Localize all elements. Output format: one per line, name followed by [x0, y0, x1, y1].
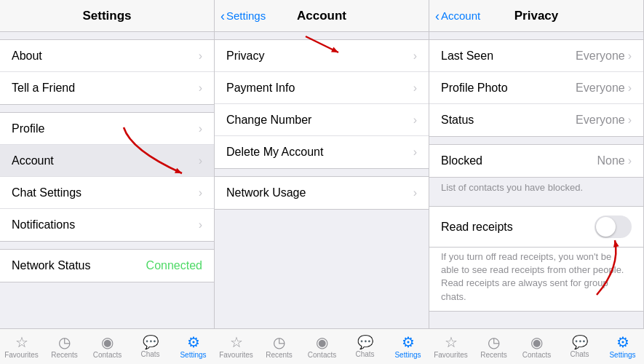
- recents-icon: ◷: [273, 335, 285, 349]
- privacy-item[interactable]: Privacy ›: [215, 40, 429, 72]
- chevron-right-icon: ›: [413, 50, 417, 63]
- chevron-right-icon: ›: [199, 50, 202, 63]
- panels-wrapper: Settings About › Tell a Friend ›: [0, 0, 644, 364]
- settings-header: Settings: [0, 0, 214, 32]
- payment-info-item[interactable]: Payment Info ›: [215, 72, 429, 104]
- chevron-right-icon: ›: [413, 186, 417, 199]
- privacy-scroll: Last Seen Everyone › Profile Photo Every…: [429, 32, 643, 328]
- gear-icon: ⚙: [187, 335, 200, 349]
- chat-settings-item[interactable]: Chat Settings ›: [0, 177, 214, 209]
- read-receipts-toggle[interactable]: [595, 215, 632, 238]
- account-group1: Privacy › Payment Info › Change Number: [215, 39, 429, 169]
- read-receipts-description: If you turn off read receipts, you won't…: [429, 248, 643, 312]
- privacy-tab-bar: ☆ Favourites ◷ Recents ◉ Contacts 💬 Chat…: [429, 328, 644, 364]
- chats-icon: 💬: [572, 336, 588, 349]
- tab-chats[interactable]: 💬 Chats: [343, 336, 386, 358]
- gear-icon: ⚙: [402, 335, 415, 349]
- back-button[interactable]: ‹ Settings: [220, 9, 266, 23]
- chevron-right-icon: ›: [199, 82, 202, 95]
- network-status-item: Network Status Connected: [0, 250, 214, 282]
- tab-settings[interactable]: ⚙ Settings: [601, 335, 644, 359]
- list-item[interactable]: Profile ›: [0, 113, 214, 145]
- tab-contacts[interactable]: ◉ Contacts: [86, 335, 129, 359]
- gear-icon: ⚙: [616, 335, 629, 349]
- privacy-group1: Last Seen Everyone › Profile Photo Every…: [429, 39, 643, 137]
- network-usage-item[interactable]: Network Usage ›: [215, 177, 429, 209]
- chevron-right-icon: ›: [628, 82, 632, 95]
- account-panel: ‹ Settings Account Privacy › Payment Inf…: [215, 0, 429, 364]
- privacy-blocked-section: Blocked None ›: [429, 144, 643, 178]
- chevron-right-icon: ›: [199, 122, 202, 135]
- privacy-panel: ‹ Account Privacy Last Seen Everyone ›: [429, 0, 644, 364]
- recents-icon: ◷: [58, 335, 71, 349]
- tab-favourites[interactable]: ☆ Favourites: [215, 335, 258, 359]
- tab-favourites[interactable]: ☆ Favourites: [429, 335, 472, 359]
- chevron-left-icon: ‹: [220, 9, 225, 23]
- privacy-title: Privacy: [514, 9, 559, 23]
- account-tab-bar: ☆ Favourites ◷ Recents ◉ Contacts 💬 Chat…: [215, 328, 429, 364]
- tab-settings[interactable]: ⚙ Settings: [386, 335, 429, 359]
- last-seen-item[interactable]: Last Seen Everyone ›: [429, 40, 643, 72]
- blocked-item[interactable]: Blocked None ›: [429, 145, 643, 177]
- star-icon: ☆: [445, 335, 458, 349]
- read-receipts-section: Read receipts: [429, 206, 643, 248]
- account-title: Account: [297, 9, 346, 23]
- account-item[interactable]: Account ›: [0, 145, 214, 177]
- change-number-item[interactable]: Change Number ›: [215, 104, 429, 136]
- chevron-right-icon: ›: [628, 154, 632, 167]
- settings-panel: Settings About › Tell a Friend ›: [0, 0, 215, 364]
- tab-favourites[interactable]: ☆ Favourites: [0, 335, 43, 359]
- chats-icon: 💬: [357, 336, 373, 349]
- settings-group3: Network Status Connected: [0, 249, 214, 282]
- tab-recents[interactable]: ◷ Recents: [258, 335, 301, 359]
- contacts-icon: ◉: [316, 335, 328, 349]
- settings-group1: About › Tell a Friend ›: [0, 39, 214, 105]
- back-button[interactable]: ‹ Account: [435, 9, 480, 23]
- contacts-icon: ◉: [101, 335, 114, 349]
- tab-recents[interactable]: ◷ Recents: [43, 335, 86, 359]
- tab-chats[interactable]: 💬 Chats: [558, 336, 601, 358]
- list-item[interactable]: Tell a Friend ›: [0, 72, 214, 104]
- read-receipts-item[interactable]: Read receipts: [429, 207, 643, 247]
- tab-contacts[interactable]: ◉ Contacts: [515, 335, 558, 359]
- account-header: ‹ Settings Account: [215, 0, 429, 32]
- toggle-knob: [596, 217, 616, 237]
- list-item[interactable]: Notifications ›: [0, 209, 214, 241]
- profile-photo-item[interactable]: Profile Photo Everyone ›: [429, 72, 643, 104]
- chevron-right-icon: ›: [413, 82, 417, 95]
- star-icon: ☆: [230, 335, 243, 349]
- tab-contacts[interactable]: ◉ Contacts: [301, 335, 343, 359]
- chevron-right-icon: ›: [413, 114, 417, 127]
- settings-title: Settings: [82, 9, 131, 23]
- account-scroll: Privacy › Payment Info › Change Number: [215, 32, 429, 328]
- star-icon: ☆: [15, 335, 28, 349]
- settings-group2: Profile › Account › Chat Settings: [0, 112, 214, 242]
- chevron-right-icon: ›: [199, 154, 202, 167]
- tab-recents[interactable]: ◷ Recents: [472, 335, 515, 359]
- chevron-right-icon: ›: [628, 114, 632, 127]
- chevron-left-icon: ‹: [435, 9, 440, 23]
- privacy-header: ‹ Account Privacy: [429, 0, 643, 32]
- recents-icon: ◷: [488, 335, 500, 349]
- settings-scroll: About › Tell a Friend › Profile: [0, 32, 214, 328]
- status-item[interactable]: Status Everyone ›: [429, 104, 643, 136]
- chats-icon: 💬: [143, 336, 159, 349]
- settings-tab-bar: ☆ Favourites ◷ Recents ◉ Contacts 💬 Chat…: [0, 328, 215, 364]
- tab-settings[interactable]: ⚙ Settings: [172, 335, 215, 359]
- blocked-subtitle: List of contacts you have blocked.: [429, 178, 643, 199]
- chevron-right-icon: ›: [199, 218, 202, 232]
- tab-chats[interactable]: 💬 Chats: [129, 336, 172, 358]
- chevron-right-icon: ›: [199, 186, 202, 199]
- account-group2: Network Usage ›: [215, 176, 429, 210]
- list-item[interactable]: About ›: [0, 40, 214, 72]
- delete-account-item[interactable]: Delete My Account ›: [215, 136, 429, 168]
- chevron-right-icon: ›: [413, 146, 417, 159]
- chevron-right-icon: ›: [628, 50, 632, 63]
- contacts-icon: ◉: [530, 335, 543, 349]
